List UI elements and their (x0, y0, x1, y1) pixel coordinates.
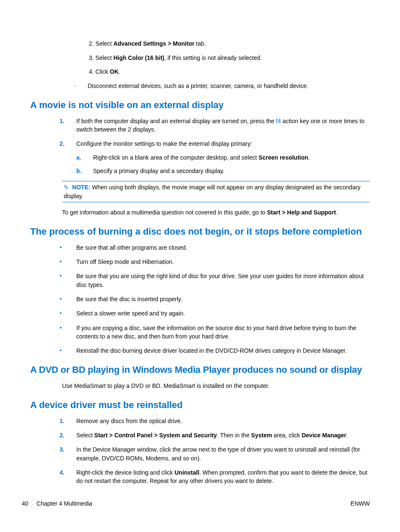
driver-steps-list: 1. Remove any discs from the optical dri… (60, 417, 370, 486)
num-marker: 2. (60, 431, 65, 439)
num-marker: 4. (60, 468, 65, 477)
driver-step-1: 1. Remove any discs from the optical dri… (60, 417, 370, 425)
num-marker: 2. (60, 139, 65, 148)
list-item: Be sure that you are using the right kin… (60, 272, 370, 289)
chapter-label: Chapter 4 Multimedia (36, 500, 92, 507)
note-callout: ✎ NOTE: When using both displays, the mo… (62, 181, 370, 202)
note-icon: ✎ (64, 184, 69, 191)
num-marker: 1. (60, 417, 65, 425)
list-item: Be sure that all other programs are clos… (60, 243, 370, 252)
disconnect-bullet: Disconnect external devices, such as a p… (74, 82, 370, 90)
driver-step-2: 2. Select Start > Control Panel > System… (60, 431, 370, 439)
heading-device-driver: A device driver must be reinstalled (30, 399, 370, 411)
num-marker: 3. (60, 445, 65, 454)
f4-key: f4 (276, 118, 281, 124)
list-item: Be sure that the disc is inserted proper… (60, 295, 370, 303)
movie-substep-a: a. Right-click on a blank area of the co… (76, 153, 370, 162)
list-item: If you are copying a disc, save the info… (60, 324, 370, 341)
footer-right: ENWW (351, 500, 370, 507)
list-step-2: 2. Select Advanced Settings > Monitor ta… (89, 40, 370, 48)
heading-burning-disc: The process of burning a disc does not b… (30, 226, 370, 238)
alpha-marker: b. (76, 167, 81, 175)
footer-left: 40 Chapter 4 Multimedia (22, 500, 92, 507)
list-item: Turn off Sleep mode and Hibernation. (60, 258, 370, 266)
page-number: 40 (22, 500, 29, 507)
list-item: Reinstall the disc-burning device driver… (60, 346, 370, 355)
note-text: When using both displays, the movie imag… (64, 184, 361, 199)
num-marker: 1. (60, 117, 65, 125)
list-step-4: 4. Click OK. (89, 68, 370, 76)
continued-numbered-list: 2. Select Advanced Settings > Monitor ta… (89, 40, 370, 76)
driver-step-4: 4. Right-click the device listing and cl… (60, 468, 370, 486)
movie-step-2: 2. Configure the monitor settings to mak… (60, 139, 370, 175)
note-label: NOTE: (72, 184, 91, 191)
movie-substeps: a. Right-click on a blank area of the co… (76, 153, 370, 176)
alpha-marker: a. (76, 153, 81, 162)
movie-step-1: 1. If both the computer display and an e… (60, 117, 370, 134)
burn-bullet-list: Be sure that all other programs are clos… (60, 243, 370, 355)
list-step-3: 3. Select High Color (16 bit), if this s… (89, 54, 370, 62)
driver-step-3: 3. In the Device Manager window, click t… (60, 445, 370, 462)
list-item: Select a slower write speed and try agai… (60, 309, 370, 318)
help-support-para: To get information about a multimedia qu… (62, 208, 370, 217)
page-footer: 40 Chapter 4 Multimedia ENWW (0, 500, 400, 507)
heading-movie-external: A movie is not visible on an external di… (30, 99, 370, 111)
heading-dvd-bd-wmp: A DVD or BD playing in Windows Media Pla… (30, 364, 370, 376)
movie-steps-list: 1. If both the computer display and an e… (60, 117, 370, 175)
document-page: 2. Select Advanced Settings > Monitor ta… (0, 0, 400, 486)
mediasmart-para: Use MediaSmart to play a DVD or BD. Medi… (62, 382, 370, 390)
movie-substep-b: b. Specify a primary display and a secon… (76, 167, 370, 175)
